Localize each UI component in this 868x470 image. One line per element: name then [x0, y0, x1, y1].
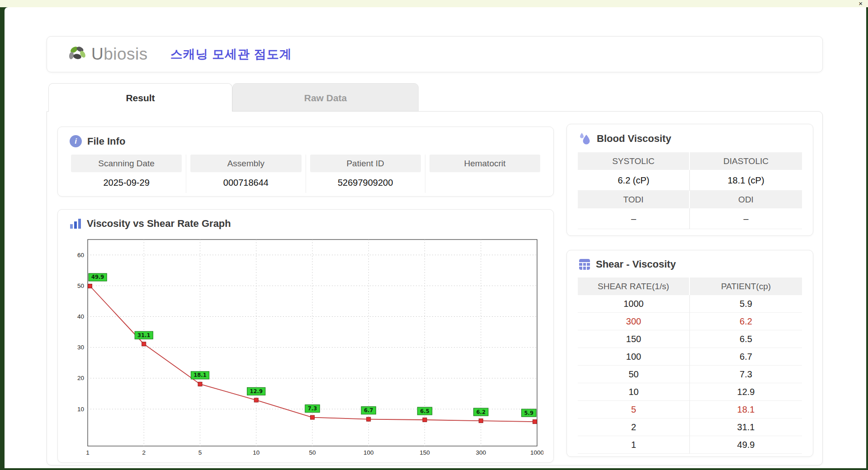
- file-info-card: i File Info Scanning Date2025-09-29Assem…: [57, 127, 554, 197]
- blood-viscosity-table: SYSTOLICDIASTOLIC6.2 (cP)18.1 (cP)TODIOD…: [578, 152, 802, 229]
- logo-letter-u: U: [91, 45, 104, 63]
- file-info-fields: Scanning Date2025-09-29Assembly000718644…: [67, 155, 544, 193]
- file-info-column: Hematocrit: [425, 155, 544, 193]
- window-titlebar: ×: [0, 0, 868, 7]
- viscosity-chart: 1020304050601251050100150300100049.931.1…: [69, 235, 543, 459]
- sv-rate-cell: 1: [578, 436, 690, 454]
- sv-patient-cell: 6.5: [690, 330, 802, 348]
- bv-value-cell: 18.1 (cP): [690, 170, 802, 191]
- shear-viscosity-card: Shear - Viscosity SHEAR RATE(1/s)PATIENT…: [566, 250, 813, 457]
- table-row: 518.1: [578, 401, 802, 418]
- svg-text:150: 150: [420, 449, 430, 456]
- file-info-column: Assembly000718644: [186, 155, 306, 193]
- sv-patient-cell: 12.9: [690, 383, 802, 401]
- logo-text: Ubiosis: [91, 45, 148, 64]
- logo-rest: biosis: [104, 45, 148, 63]
- table-row: 1006.7: [578, 348, 802, 366]
- sv-rate-cell: 100: [578, 348, 690, 366]
- app-window: Ubiosis 스캐닝 모세관 점도계 Result Raw Data i Fi…: [5, 7, 866, 468]
- sv-patient-cell: 6.7: [690, 348, 802, 366]
- bv-value-cell: –: [690, 208, 802, 229]
- sv-rate-cell: 300: [578, 313, 690, 330]
- file-info-field-value: [429, 172, 540, 193]
- table-row: 1506.5: [578, 330, 802, 348]
- file-info-column: Scanning Date2025-09-29: [67, 155, 186, 193]
- sv-patient-cell: 18.1: [690, 401, 802, 418]
- svg-text:40: 40: [77, 313, 84, 320]
- info-icon: i: [70, 135, 82, 147]
- svg-text:7.3: 7.3: [308, 405, 317, 412]
- shear-viscosity-title: Shear - Viscosity: [596, 258, 676, 270]
- sv-patient-cell: 49.9: [690, 436, 802, 454]
- svg-text:10: 10: [77, 406, 84, 413]
- shear-viscosity-table: SHEAR RATE(1/s)PATIENT(cp)10005.93006.21…: [578, 277, 802, 454]
- sv-rate-cell: 10: [578, 383, 690, 401]
- table-row: 149.9: [578, 436, 802, 454]
- bv-header-cell: SYSTOLIC: [578, 152, 690, 170]
- sv-patient-cell: 7.3: [690, 366, 802, 383]
- table-row: 507.3: [578, 366, 802, 383]
- file-info-header: i File Info: [58, 127, 553, 147]
- svg-text:60: 60: [77, 252, 84, 258]
- svg-text:18.1: 18.1: [193, 372, 206, 378]
- bv-value-cell: 6.2 (cP): [578, 170, 690, 191]
- file-info-field-value: 2025-09-29: [71, 172, 182, 193]
- svg-text:50: 50: [309, 449, 316, 456]
- svg-text:10: 10: [253, 449, 259, 456]
- close-button[interactable]: ×: [859, 0, 863, 7]
- sv-header-cell: PATIENT(cp): [690, 277, 802, 295]
- svg-text:6.2: 6.2: [476, 409, 486, 415]
- shear-viscosity-header: Shear - Viscosity: [567, 250, 813, 270]
- sv-rate-cell: 2: [578, 418, 690, 436]
- app-header: Ubiosis 스캐닝 모세관 점도계: [47, 36, 823, 72]
- graph-card: Viscosity vs Shear Rate Graph 1020304050…: [57, 209, 554, 463]
- blood-viscosity-title: Blood Viscosity: [597, 133, 671, 145]
- svg-text:5: 5: [198, 449, 202, 456]
- svg-text:6.5: 6.5: [420, 408, 429, 414]
- blood-viscosity-card: Blood Viscosity SYSTOLICDIASTOLIC6.2 (cP…: [566, 124, 813, 236]
- svg-text:1: 1: [86, 449, 90, 456]
- blood-viscosity-header: Blood Viscosity: [567, 124, 813, 145]
- bv-header-cell: DIASTOLIC: [690, 152, 802, 170]
- leaf-logo-icon: [67, 45, 88, 63]
- ubiosis-logo: Ubiosis: [67, 45, 148, 64]
- svg-text:6.7: 6.7: [364, 407, 373, 414]
- svg-text:49.9: 49.9: [91, 274, 104, 280]
- content-panel: i File Info Scanning Date2025-09-29Assem…: [47, 111, 823, 465]
- graph-title: Viscosity vs Shear Rate Graph: [87, 218, 231, 230]
- table-row: 1012.9: [578, 383, 802, 401]
- file-info-field-label: Hematocrit: [429, 155, 540, 172]
- svg-text:300: 300: [476, 449, 486, 456]
- svg-text:12.9: 12.9: [250, 388, 263, 395]
- sv-rate-cell: 5: [578, 401, 690, 418]
- sv-rate-cell: 1000: [578, 295, 690, 313]
- file-info-field-label: Patient ID: [310, 155, 421, 172]
- sv-patient-cell: 31.1: [690, 418, 802, 436]
- table-row: 231.1: [578, 418, 802, 436]
- sv-header-cell: SHEAR RATE(1/s): [578, 277, 690, 295]
- file-info-field-label: Scanning Date: [71, 155, 182, 172]
- bar-chart-icon: [70, 218, 81, 229]
- bv-header-cell: TODI: [578, 191, 690, 208]
- tab-result[interactable]: Result: [48, 83, 232, 112]
- file-info-field-label: Assembly: [190, 155, 301, 172]
- table-row: 3006.2: [578, 313, 802, 330]
- svg-text:20: 20: [77, 375, 84, 381]
- sv-rate-cell: 150: [578, 330, 690, 348]
- table-icon: [579, 258, 590, 270]
- svg-text:2: 2: [142, 449, 146, 456]
- svg-text:50: 50: [77, 282, 84, 289]
- bv-header-cell: ODI: [690, 191, 802, 208]
- file-info-field-value: 000718644: [190, 172, 301, 193]
- droplet-icon: [579, 132, 591, 145]
- page-title: 스캐닝 모세관 점도계: [170, 46, 292, 62]
- bv-value-cell: –: [578, 208, 690, 229]
- sv-patient-cell: 6.2: [690, 313, 802, 330]
- tab-raw-data[interactable]: Raw Data: [232, 83, 419, 112]
- svg-text:31.1: 31.1: [137, 332, 150, 338]
- graph-header: Viscosity vs Shear Rate Graph: [58, 210, 553, 230]
- file-info-field-value: 52697909200: [310, 172, 421, 193]
- svg-text:1000: 1000: [530, 449, 543, 456]
- file-info-column: Patient ID52697909200: [306, 155, 425, 193]
- sv-patient-cell: 5.9: [690, 295, 802, 313]
